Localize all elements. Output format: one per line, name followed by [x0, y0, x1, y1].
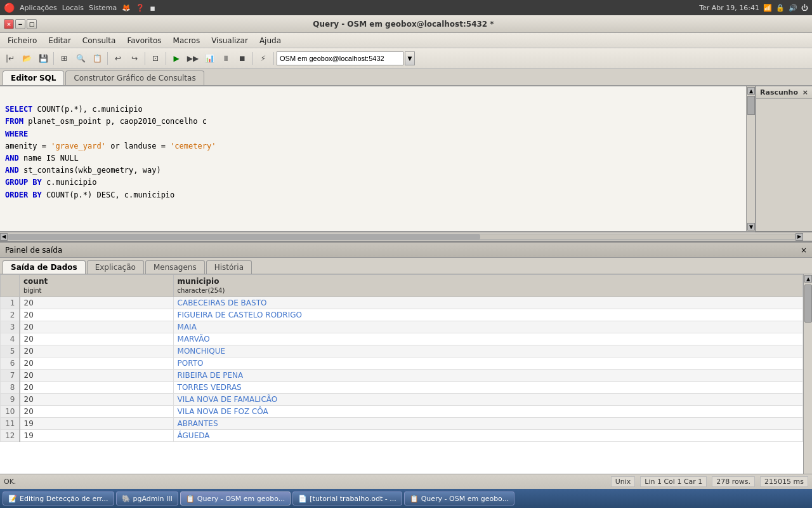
cell-rownum: 10: [1, 406, 20, 418]
output-tab-messages[interactable]: Mensagens: [145, 260, 205, 274]
toolbar-btn-stop[interactable]: ⊡: [148, 51, 163, 66]
taskbar-label-0: Editing Detecção de err...: [20, 495, 108, 503]
cell-municipio: CABECEIRAS DE BASTO: [173, 297, 802, 309]
menu-locais[interactable]: Locais: [62, 4, 84, 12]
scroll-left-btn[interactable]: ◀: [0, 233, 8, 241]
taskbar-item-4[interactable]: 📋 Query - OSM em geobo...: [404, 491, 515, 505]
toolbar-btn-7[interactable]: 📊: [202, 51, 217, 66]
toolbar-btn-save[interactable]: 💾: [36, 51, 51, 66]
toolbar-btn-9[interactable]: ⏹: [235, 51, 250, 66]
title-bar-controls: × − □: [4, 19, 37, 29]
toolbar-btn-1[interactable]: |↵: [3, 51, 18, 66]
editor-vscrollbar[interactable]: ▲ ▼: [746, 86, 755, 231]
output-tab-explain[interactable]: Explicação: [87, 260, 144, 274]
taskbar-icon-2: 📋: [186, 495, 195, 503]
cell-municipio: FIGUEIRA DE CASTELO RODRIGO: [173, 309, 802, 321]
toolbar-btn-4[interactable]: ⊞: [56, 51, 72, 66]
system-bar-left: 🔴 Aplicações Locais Sistema 🦊 ❓ ▪: [4, 3, 155, 13]
table-row: 8 20 TORRES VEDRAS: [1, 382, 803, 394]
toolbar-btn-undo[interactable]: ↩: [110, 51, 126, 66]
sep1: [53, 52, 54, 65]
toolbar-btn-8[interactable]: ⏸: [218, 51, 233, 66]
data-table-scroll[interactable]: countbigint municipiocharacter(254) 1 20…: [0, 274, 803, 474]
sep2: [107, 52, 108, 65]
status-rows: 278 rows.: [712, 476, 755, 487]
scroll-up-btn[interactable]: ▲: [747, 87, 755, 95]
output-tab-data[interactable]: Saída de Dados: [3, 260, 86, 274]
sql-content[interactable]: SELECT COUNT(p.*), c.municipio FROM plan…: [0, 86, 746, 231]
rascunho-close[interactable]: ×: [802, 88, 808, 97]
menu-aplicacoes[interactable]: Aplicações: [20, 4, 57, 12]
menu-ficheiro[interactable]: Ficheiro: [3, 35, 42, 46]
editor-section: SELECT COUNT(p.*), c.municipio FROM plan…: [0, 86, 812, 232]
tab-editor-sql[interactable]: Editor SQL: [3, 70, 64, 85]
menu-ajuda[interactable]: Ajuda: [254, 35, 286, 46]
menu-consulta[interactable]: Consulta: [77, 35, 121, 46]
toolbar-btn-run2[interactable]: ▶▶: [185, 51, 200, 66]
output-tab-history[interactable]: História: [206, 260, 252, 274]
hscroll-track[interactable]: [8, 234, 796, 240]
db-connection-input[interactable]: [277, 51, 403, 65]
toolbar-btn-open[interactable]: 📂: [19, 51, 34, 66]
cell-count: 20: [20, 321, 174, 333]
taskbar-icon-4: 📋: [410, 495, 419, 503]
menu-visualizar[interactable]: Visualizar: [206, 35, 253, 46]
taskbar-label-4: Query - OSM em geobo...: [421, 495, 509, 503]
cell-count: 20: [20, 370, 174, 382]
sql-editor[interactable]: SELECT COUNT(p.*), c.municipio FROM plan…: [0, 86, 755, 232]
maximize-button[interactable]: □: [27, 19, 37, 29]
scroll-right-btn[interactable]: ▶: [796, 233, 803, 241]
col-count[interactable]: countbigint: [20, 275, 174, 297]
sep6: [273, 52, 274, 65]
help-icon[interactable]: ❓: [136, 4, 145, 12]
taskbar-item-0[interactable]: 📝 Editing Detecção de err...: [3, 491, 114, 505]
cell-rownum: 6: [1, 358, 20, 370]
cell-municipio: PORTO: [173, 358, 802, 370]
terminal-icon[interactable]: ▪: [150, 3, 155, 13]
minimize-button[interactable]: −: [15, 19, 25, 29]
tab-constructor[interactable]: Construtor Gráfico de Consultas: [65, 70, 204, 85]
cell-count: 20: [20, 358, 174, 370]
cell-count: 20: [20, 333, 174, 345]
close-button[interactable]: ×: [4, 19, 14, 29]
system-bar: 🔴 Aplicações Locais Sistema 🦊 ❓ ▪ Ter Ab…: [0, 0, 812, 15]
taskbar-item-1[interactable]: 🐘 pgAdmin III: [116, 491, 178, 505]
table-row: 9 20 VILA NOVA DE FAMALICÃO: [1, 394, 803, 406]
cell-rownum: 1: [1, 297, 20, 309]
wifi-icon: 📶: [763, 4, 772, 12]
toolbar-btn-10[interactable]: ⚡: [256, 51, 271, 66]
power-icon: ⏻: [801, 4, 808, 12]
table-scroll-up[interactable]: ▲: [804, 275, 812, 283]
db-connection-dropdown[interactable]: ▼: [405, 51, 415, 65]
taskbar-item-3[interactable]: 📄 [tutorial trabalho.odt - ...: [292, 491, 402, 505]
table-row: 1 20 CABECEIRAS DE BASTO: [1, 297, 803, 309]
data-table: countbigint municipiocharacter(254) 1 20…: [0, 274, 803, 442]
cell-count: 20: [20, 406, 174, 418]
toolbar-btn-5[interactable]: 🔍: [73, 51, 88, 66]
status-ok: OK.: [4, 478, 16, 486]
cell-rownum: 4: [1, 333, 20, 345]
output-tabs: Saída de Dados Explicação Mensagens Hist…: [0, 258, 812, 274]
menu-bar: Ficheiro Editar Consulta Favoritos Macro…: [0, 33, 812, 48]
menu-favoritos[interactable]: Favoritos: [122, 35, 166, 46]
menu-editar[interactable]: Editar: [43, 35, 76, 46]
taskbar-item-2[interactable]: 📋 Query - OSM em geobo...: [180, 491, 291, 505]
col-municipio[interactable]: municipiocharacter(254): [173, 275, 802, 297]
toolbar-btn-redo[interactable]: ↪: [127, 51, 142, 66]
rascunho-panel: Rascunho ×: [755, 86, 812, 231]
editor-hscroll: ◀ ▶: [0, 232, 812, 241]
toolbar-btn-run[interactable]: ▶: [169, 51, 184, 66]
output-close[interactable]: ×: [801, 246, 807, 255]
scroll-down-btn[interactable]: ▼: [747, 223, 755, 231]
menu-sistema[interactable]: Sistema: [89, 4, 117, 12]
toolbar-btn-6[interactable]: 📋: [89, 51, 105, 66]
menu-macros[interactable]: Macros: [168, 35, 206, 46]
system-bar-right: Ter Abr 19, 16:41 📶 🔒 🔊 ⏻: [699, 4, 808, 12]
taskbar-icon-1: 🐘: [122, 495, 131, 503]
firefox-icon[interactable]: 🦊: [122, 4, 131, 12]
sep5: [252, 52, 253, 65]
table-row: 10 20 VILA NOVA DE FOZ CÔA: [1, 406, 803, 418]
table-vscrollbar[interactable]: ▲: [803, 274, 812, 474]
title-bar: × − □ Query - OSM em geobox@localhost:54…: [0, 15, 812, 33]
volume-icon: 🔊: [789, 4, 797, 12]
